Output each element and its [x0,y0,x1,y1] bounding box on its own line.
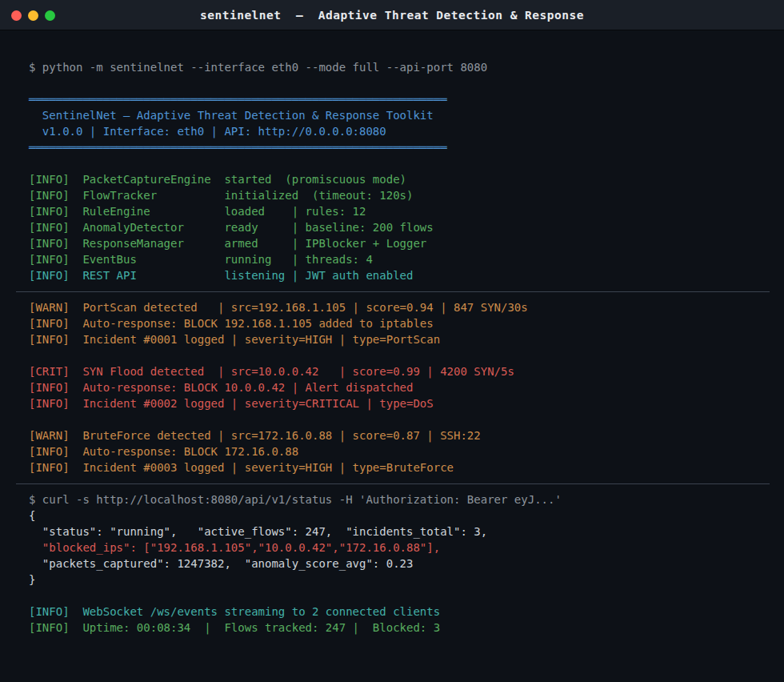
terminal-line: [INFO] RuleEngine loaded | rules: 12 [29,203,768,219]
terminal-line: [INFO] Incident #0002 logged | severity=… [29,395,768,411]
terminal-line: [CRIT] SYN Flood detected | src=10.0.0.4… [29,363,768,379]
blank-line [29,588,768,604]
terminal-line: "packets_captured": 1247382, "anomaly_sc… [29,556,768,572]
terminal-output: $ python -m sentinelnet --interface eth0… [0,30,784,636]
blank-line [29,155,768,171]
terminal-line: { [29,507,768,524]
terminal-line: [INFO] Auto-response: BLOCK 192.168.1.10… [29,315,768,331]
blank-line [29,411,768,427]
terminal-line: ════════════════════════════════════════… [29,139,768,155]
terminal-line: $ python -m sentinelnet --interface eth0… [29,59,768,75]
traffic-lights [11,0,55,30]
terminal-line: SentinelNet — Adaptive Threat Detection … [29,107,768,123]
window-title: sentinelnet — Adaptive Threat Detection … [0,9,784,22]
close-button[interactable] [11,10,22,21]
terminal-line: [INFO] PacketCaptureEngine started (prom… [29,171,768,187]
terminal-line: v1.0.0 | Interface: eth0 | API: http://0… [29,123,768,139]
terminal-line: } [29,572,768,588]
blank-line [29,347,768,363]
terminal-line: [INFO] REST API listening | JWT auth ena… [29,267,768,283]
terminal-line: [INFO] Uptime: 00:08:34 | Flows tracked:… [29,620,768,636]
window-titlebar: sentinelnet — Adaptive Threat Detection … [0,0,784,30]
terminal-line: [INFO] FlowTracker initialized (timeout:… [29,187,768,203]
terminal-line: "status": "running", "active_flows": 247… [29,524,768,540]
terminal-line: [INFO] ResponseManager armed | IPBlocker… [29,235,768,251]
zoom-button[interactable] [45,10,55,21]
terminal-line: [INFO] Auto-response: BLOCK 172.16.0.88 [29,443,768,459]
section-divider [29,475,768,491]
terminal-line: [WARN] BruteForce detected | src=172.16.… [29,427,768,443]
terminal-line: [INFO] EventBus running | threads: 4 [29,251,768,267]
terminal-line: [WARN] PortScan detected | src=192.168.1… [29,299,768,315]
terminal-line: $ curl -s http://localhost:8080/api/v1/s… [29,491,768,507]
section-divider [29,283,768,299]
terminal-line: [INFO] Auto-response: BLOCK 10.0.0.42 | … [29,379,768,395]
terminal-line: ════════════════════════════════════════… [29,91,768,107]
terminal-line: "blocked_ips": ["192.168.1.105","10.0.0.… [29,540,768,556]
terminal-line: [INFO] AnomalyDetector ready | baseline:… [29,219,768,235]
terminal-line: [INFO] Incident #0003 logged | severity=… [29,459,768,475]
minimize-button[interactable] [28,10,38,21]
terminal-line: [INFO] WebSocket /ws/events streaming to… [29,604,768,620]
blank-line [29,75,768,91]
terminal-line: [INFO] Incident #0001 logged | severity=… [29,331,768,347]
